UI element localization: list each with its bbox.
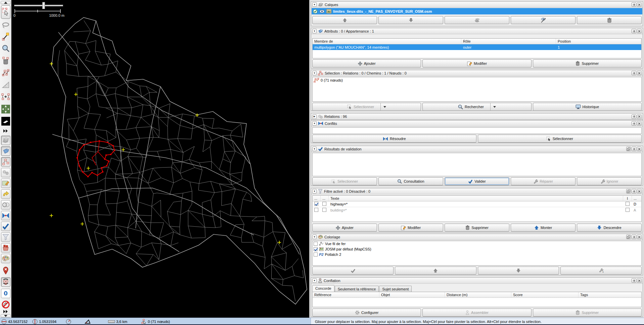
draw-node-tool-button[interactable] <box>1 32 10 41</box>
column-header[interactable]: ... <box>321 196 329 201</box>
filter-invert-checkbox[interactable] <box>626 208 630 212</box>
column-header[interactable]: Distance (m) <box>445 292 511 297</box>
filter-enable-checkbox[interactable] <box>314 202 318 206</box>
more-tools-button[interactable] <box>1 128 10 134</box>
tab-sujet-seulement[interactable]: Sujet seulement <box>379 286 412 292</box>
collapse-panel-icon[interactable]: ▼ <box>312 235 317 239</box>
validate-button[interactable]: Valider <box>445 177 509 185</box>
column-header[interactable]: Tags <box>579 292 641 297</box>
style-checkbox[interactable] <box>314 247 318 251</box>
close-panel-icon[interactable] <box>637 29 642 33</box>
close-panel-icon[interactable] <box>637 114 642 119</box>
lasso-tool-button[interactable] <box>1 21 10 30</box>
edit-filter-button[interactable]: Modifier <box>378 224 443 232</box>
collapse-toolbar-up-icon[interactable] <box>1 1 11 4</box>
merge-nodes-tool-button[interactable] <box>1 93 10 101</box>
filter-panel-toggle[interactable] <box>1 232 10 242</box>
move-style-up-button[interactable] <box>395 267 476 275</box>
collapse-panel-icon[interactable]: ▼ <box>312 121 317 126</box>
collapse-toolbar-down-icon[interactable] <box>1 314 11 318</box>
style-row-wireframe[interactable]: Vue fil de fer <box>313 241 641 246</box>
layer-row[interactable]: limites_lieux-dits_-_NE_PAS_ENVOYER_SUR_… <box>312 8 642 14</box>
conflicts-panel-toggle[interactable] <box>1 211 10 220</box>
search-panel-toggle[interactable] <box>1 200 10 210</box>
map-paint-toggle[interactable] <box>1 179 10 188</box>
delete-tag-button[interactable]: Supprimer <box>533 59 642 67</box>
selection-list-item[interactable]: 0 (71 nœuds) <box>313 77 641 83</box>
stick-panel-icon[interactable] <box>632 147 636 151</box>
styles-palette-toggle[interactable] <box>1 254 10 263</box>
add-filter-button[interactable]: Ajouter <box>312 224 377 232</box>
filter-hide-checkbox[interactable] <box>322 202 326 206</box>
validation-lookup-button[interactable]: Consultation <box>378 177 443 185</box>
column-header[interactable]: Score <box>511 292 579 297</box>
stick-panel-icon[interactable] <box>632 278 636 283</box>
history-button[interactable]: Historique <box>533 103 642 111</box>
validator-panel-toggle[interactable] <box>1 222 10 231</box>
move-filter-down-button[interactable]: Descendre <box>577 224 642 232</box>
expand-panel-icon[interactable]: ▶ <box>312 114 317 119</box>
remove-conflation-button[interactable]: Supprimer <box>533 309 642 317</box>
column-header[interactable]: Objet <box>379 292 445 297</box>
stick-panel-icon[interactable] <box>632 235 636 239</box>
ignore-button[interactable]: Ignorer <box>577 177 642 185</box>
stick-panel-icon[interactable] <box>632 189 636 193</box>
column-header[interactable]: ... <box>632 196 641 201</box>
move-style-down-button[interactable] <box>478 267 559 275</box>
stick-panel-icon[interactable] <box>632 114 636 119</box>
column-header[interactable]: I <box>623 196 632 201</box>
tab-concorde[interactable]: Concorde <box>312 285 334 292</box>
filter-row[interactable]: highway=* D <box>313 201 641 207</box>
close-panel-icon[interactable] <box>637 2 642 7</box>
close-panel-icon[interactable] <box>637 278 642 283</box>
select-dropdown-arrow[interactable] <box>380 103 386 110</box>
selection-panel-toggle[interactable] <box>1 157 10 167</box>
delete-filter-button[interactable]: Supprimer <box>445 224 509 232</box>
collapse-panel-icon[interactable]: ▼ <box>312 278 317 283</box>
extrude-tool-button[interactable] <box>1 117 10 126</box>
stick-panel-icon[interactable] <box>632 121 636 126</box>
show-hide-layer-button[interactable] <box>511 16 576 24</box>
stick-panel-icon[interactable] <box>632 2 636 7</box>
conflate-button[interactable]: Assembler <box>422 309 531 317</box>
column-header[interactable]: Rôle <box>461 39 556 44</box>
select-conflict-button[interactable]: Sélectionner <box>478 135 642 143</box>
turn-restriction-toggle[interactable] <box>1 300 10 309</box>
collapse-panel-icon[interactable]: ▼ <box>312 189 317 193</box>
validation-select-button[interactable]: Sélectionner <box>312 177 377 185</box>
filter-row[interactable]: building=* A <box>313 207 641 213</box>
tab-seulement-reference[interactable]: Seulement la référence <box>335 286 379 292</box>
osm-inspector-toggle[interactable]: 0 <box>1 289 10 298</box>
filter-hide-checkbox[interactable] <box>322 208 326 212</box>
zoom-tool-button[interactable] <box>1 44 10 53</box>
filter-invert-checkbox[interactable] <box>626 202 630 206</box>
move-layer-up-button[interactable] <box>312 16 377 24</box>
column-header[interactable]: ... <box>313 196 321 201</box>
select-button[interactable]: Sélectionner <box>312 103 421 111</box>
delete-layer-button[interactable] <box>577 16 642 24</box>
zoom-slider-handle[interactable] <box>42 2 45 9</box>
select-tool-button[interactable] <box>1 5 10 19</box>
search-button[interactable]: Rechercher <box>422 103 531 111</box>
visibility-eye-icon[interactable] <box>319 9 325 13</box>
style-checkbox[interactable] <box>314 242 318 246</box>
column-header[interactable]: Membre de <box>313 39 461 44</box>
style-settings-button[interactable]: 1 <box>560 267 642 275</box>
collapse-panel-icon[interactable]: ▼ <box>312 147 317 151</box>
tags-panel-toggle[interactable] <box>1 146 10 156</box>
map-canvas[interactable]: 0 1000.0 m <box>11 0 309 318</box>
column-header[interactable]: Texte <box>329 196 623 201</box>
close-panel-icon[interactable] <box>637 189 642 193</box>
unglue-tool-button[interactable] <box>1 68 10 77</box>
zoom-slider[interactable] <box>14 5 63 6</box>
move-layer-down-button[interactable] <box>378 16 443 24</box>
layers-panel-toggle[interactable] <box>1 136 10 145</box>
close-panel-icon[interactable] <box>637 235 642 239</box>
configure-conflation-button[interactable]: Configurer <box>312 309 421 317</box>
detach-panel-icon[interactable] <box>626 235 631 239</box>
collapse-panel-icon[interactable]: ▼ <box>312 29 317 33</box>
collapse-panel-icon[interactable]: ▼ <box>312 71 317 75</box>
stick-panel-icon[interactable] <box>632 71 636 75</box>
more-panels-button[interactable] <box>1 309 10 314</box>
close-panel-icon[interactable] <box>637 147 642 151</box>
